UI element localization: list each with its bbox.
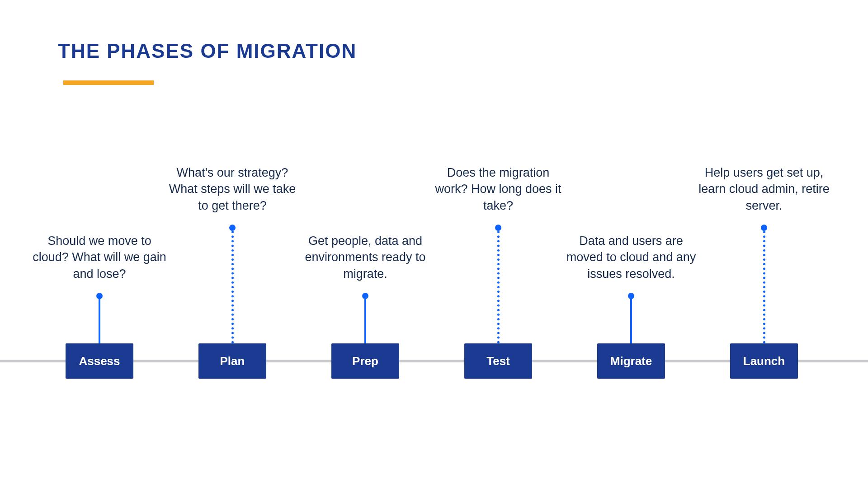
phase-plan: What's our strategy? What steps will we …	[165, 164, 300, 379]
phase-box-prep: Prep	[331, 343, 399, 379]
phase-description: Help users get set up, learn cloud admin…	[696, 164, 832, 214]
phase-box-test: Test	[464, 343, 532, 379]
phases-container: Should we move to cloud? What will we ga…	[0, 0, 868, 488]
connector-line	[763, 231, 765, 343]
phase-connector	[761, 225, 767, 343]
phase-description: Should we move to cloud? What will we ga…	[32, 233, 167, 282]
phase-box-migrate: Migrate	[597, 343, 665, 379]
phase-connector	[96, 293, 103, 343]
phase-assess: Should we move to cloud? What will we ga…	[32, 233, 167, 379]
phase-test: Does the migration work? How long does i…	[430, 164, 566, 379]
connector-dot-icon	[96, 293, 103, 299]
phase-connector	[362, 293, 368, 343]
connector-dot-icon	[495, 225, 501, 231]
phase-description: What's our strategy? What steps will we …	[165, 164, 300, 214]
phase-description: Get people, data and environments ready …	[297, 233, 433, 282]
connector-line	[99, 299, 100, 343]
phase-description: Does the migration work? How long does i…	[430, 164, 566, 214]
connector-line	[497, 231, 500, 343]
connector-dot-icon	[628, 293, 634, 299]
phase-connector	[229, 225, 236, 343]
phase-launch: Help users get set up, learn cloud admin…	[696, 164, 832, 379]
phase-migrate: Data and users are moved to cloud and an…	[563, 233, 699, 379]
phase-box-plan: Plan	[198, 343, 266, 379]
phase-description: Data and users are moved to cloud and an…	[563, 233, 699, 282]
phase-box-launch: Launch	[730, 343, 798, 379]
phase-prep: Get people, data and environments ready …	[297, 233, 433, 379]
connector-line	[630, 299, 632, 343]
connector-line	[231, 231, 234, 343]
connector-line	[364, 299, 366, 343]
connector-dot-icon	[761, 225, 767, 231]
phase-connector	[495, 225, 501, 343]
phase-box-assess: Assess	[66, 343, 133, 379]
phase-connector	[628, 293, 634, 343]
connector-dot-icon	[229, 225, 236, 231]
connector-dot-icon	[362, 293, 368, 299]
